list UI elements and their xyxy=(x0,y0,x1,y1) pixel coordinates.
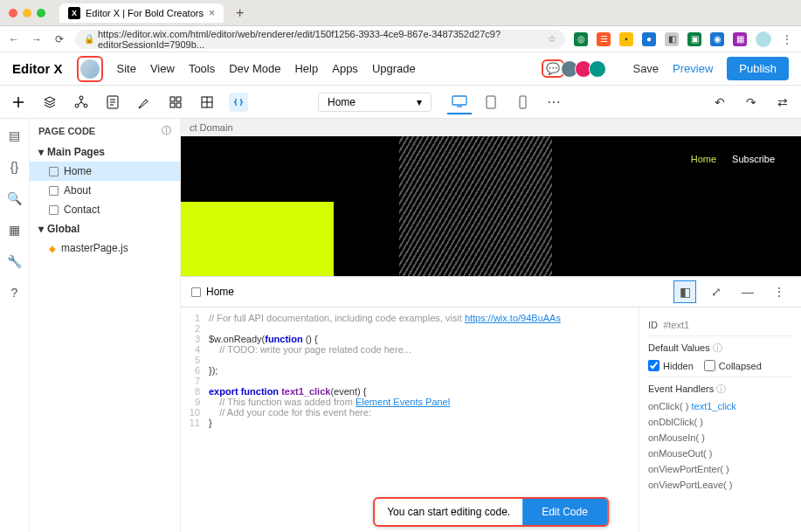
extension-icon[interactable]: ▣ xyxy=(687,32,701,46)
preview-block[interactable] xyxy=(181,202,334,276)
tablet-icon[interactable] xyxy=(479,90,503,114)
event-handler-row[interactable]: onClick( ) text1_click xyxy=(648,401,792,411)
new-tab-button[interactable]: + xyxy=(236,5,244,21)
extension-icon[interactable]: ☰ xyxy=(597,32,611,46)
preview-image[interactable]: ▶ xyxy=(399,136,552,276)
forward-icon[interactable]: → xyxy=(30,32,44,46)
preview-button[interactable]: Preview xyxy=(673,62,713,75)
layers-icon[interactable] xyxy=(40,93,59,112)
desktop-icon[interactable] xyxy=(447,90,472,114)
page-file-icon xyxy=(49,167,59,176)
mobile-icon[interactable] xyxy=(510,90,535,114)
sidebar-title: PAGE CODE xyxy=(38,126,95,136)
info-icon[interactable]: ⓘ xyxy=(713,342,722,353)
menu-tools[interactable]: Tools xyxy=(189,62,215,75)
url-field[interactable]: 🔒 https://editor.wix.com/html/editor/web… xyxy=(75,30,565,49)
redo-icon[interactable]: ↷ xyxy=(742,93,761,112)
properties-panel-icon[interactable]: ◧ xyxy=(673,280,696,303)
bookmark-icon[interactable]: ☆ xyxy=(548,33,556,45)
preview-nav-subscribe[interactable]: Subscribe xyxy=(732,154,775,164)
menu-upgrade[interactable]: Upgrade xyxy=(372,62,416,75)
preview-nav-home[interactable]: Home xyxy=(691,154,716,164)
undo-icon[interactable]: ↶ xyxy=(710,93,729,112)
database-icon[interactable] xyxy=(197,93,217,112)
window-close-icon[interactable] xyxy=(9,9,17,17)
more-icon[interactable]: ⋯ xyxy=(542,90,566,114)
domain-banner[interactable]: ct Domain xyxy=(181,119,801,136)
event-handler-row[interactable]: onMouseOut( ) xyxy=(648,448,792,459)
canvas-area: ct Domain Home Subscribe ▶ Home ◧ ⤢ xyxy=(181,119,801,532)
user-avatar-highlight[interactable] xyxy=(77,56,103,82)
svg-rect-10 xyxy=(487,96,495,108)
tree-item-home[interactable]: Home xyxy=(30,162,180,181)
menu-view[interactable]: View xyxy=(150,62,175,75)
page-icon[interactable] xyxy=(103,93,122,112)
tree-item-masterpage[interactable]: ◆masterPage.js xyxy=(30,238,180,258)
profile-avatar-icon[interactable] xyxy=(756,31,771,47)
save-button[interactable]: Save xyxy=(632,62,659,75)
window-zoom-icon[interactable] xyxy=(37,9,45,17)
info-icon[interactable]: ⓘ xyxy=(716,383,726,394)
extension-icon[interactable]: ◧ xyxy=(665,32,679,46)
extension-icon[interactable]: ▪ xyxy=(619,32,633,46)
minimize-icon[interactable]: — xyxy=(736,280,759,303)
close-icon[interactable]: × xyxy=(209,7,215,19)
apps-grid-icon[interactable] xyxy=(166,93,185,112)
tree-group-main[interactable]: ▾ Main Pages xyxy=(30,142,180,162)
theme-icon[interactable] xyxy=(135,93,154,112)
tree-item-contact[interactable]: Contact xyxy=(30,200,180,219)
extension-icon[interactable]: ◎ xyxy=(574,32,588,46)
favicon-icon: X xyxy=(68,7,80,19)
menu-site[interactable]: Site xyxy=(117,62,136,75)
browser-menu-icon[interactable]: ⋮ xyxy=(780,32,794,46)
tree-item-about[interactable]: About xyxy=(30,181,180,200)
collapsed-checkbox[interactable]: Collapsed xyxy=(704,360,762,371)
menu-help[interactable]: Help xyxy=(294,62,318,75)
settings-icon[interactable]: 🔧 xyxy=(7,253,23,269)
expand-icon[interactable]: ⤢ xyxy=(705,280,728,303)
defaults-label: Default Values xyxy=(648,342,710,353)
menu-dev-mode[interactable]: Dev Mode xyxy=(229,62,280,75)
code-tab-home[interactable]: Home xyxy=(191,286,234,298)
extension-icon[interactable]: ◉ xyxy=(710,32,724,46)
menu-apps[interactable]: Apps xyxy=(332,62,358,75)
help-icon[interactable]: ? xyxy=(7,285,23,301)
more-icon[interactable]: ⋮ xyxy=(768,280,791,303)
lock-icon: 🔒 xyxy=(84,34,94,44)
site-preview[interactable]: Home Subscribe ▶ xyxy=(181,136,801,276)
publish-button[interactable]: Publish xyxy=(727,57,789,80)
page-file-icon xyxy=(49,205,59,215)
code-icon[interactable] xyxy=(229,93,248,112)
reload-icon[interactable]: ⟳ xyxy=(52,32,66,46)
comments-icon[interactable]: 💬 xyxy=(545,62,561,75)
pages-icon[interactable]: ▤ xyxy=(7,128,23,143)
browser-tab[interactable]: X Editor X | For Bold Creators × xyxy=(59,3,224,23)
event-handler-row[interactable]: onDblClick( ) xyxy=(648,417,792,427)
editor-toolbar: Home ▾ ⋯ ↶ ↷ ⇄ xyxy=(0,86,801,119)
back-icon[interactable]: ← xyxy=(7,32,21,46)
tree-icon[interactable] xyxy=(72,93,91,112)
prop-id-value[interactable]: #text1 xyxy=(663,320,689,330)
edit-code-button[interactable]: Edit Code xyxy=(522,499,607,525)
info-icon[interactable]: ⓘ xyxy=(162,124,171,137)
event-handler-row[interactable]: onMouseIn( ) xyxy=(648,432,792,443)
tree-group-global[interactable]: ▾ Global xyxy=(30,219,180,238)
event-handler-row[interactable]: onViewPortLeave( ) xyxy=(648,480,792,490)
code-braces-icon[interactable]: {} xyxy=(7,159,23,175)
avatar-icon xyxy=(80,59,100,79)
extension-icon[interactable]: ● xyxy=(642,32,656,46)
swap-icon[interactable]: ⇄ xyxy=(773,93,792,112)
address-bar: ← → ⟳ 🔒 https://editor.wix.com/html/edit… xyxy=(0,26,801,52)
event-handler-row[interactable]: onViewPortEnter( ) xyxy=(648,464,792,474)
hidden-checkbox[interactable]: Hidden xyxy=(648,360,694,371)
data-icon[interactable]: ▦ xyxy=(7,222,23,238)
collaborator-avatar[interactable] xyxy=(589,60,606,78)
page-selector[interactable]: Home ▾ xyxy=(318,93,432,112)
page-file-icon xyxy=(49,186,59,196)
search-icon[interactable]: 🔍 xyxy=(7,190,23,206)
add-icon[interactable] xyxy=(9,93,28,112)
prop-id-label: ID xyxy=(648,320,658,330)
extension-icon[interactable]: ▦ xyxy=(733,32,747,46)
page-file-icon xyxy=(191,287,201,297)
window-minimize-icon[interactable] xyxy=(23,9,31,17)
